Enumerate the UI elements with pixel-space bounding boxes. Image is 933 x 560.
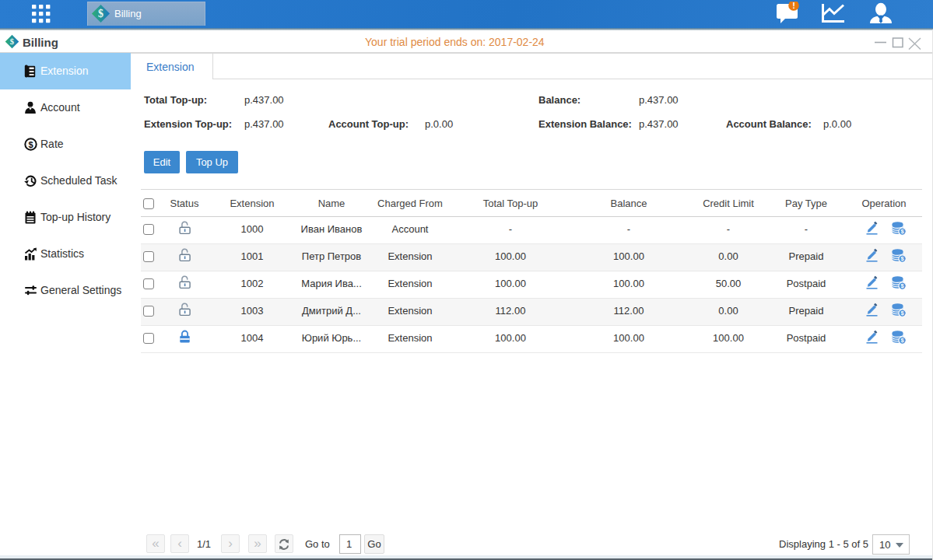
svg-text:$: $: [28, 140, 33, 149]
svg-text:$: $: [10, 37, 14, 46]
svg-text:!: !: [792, 2, 795, 10]
svg-text:$: $: [98, 8, 103, 19]
